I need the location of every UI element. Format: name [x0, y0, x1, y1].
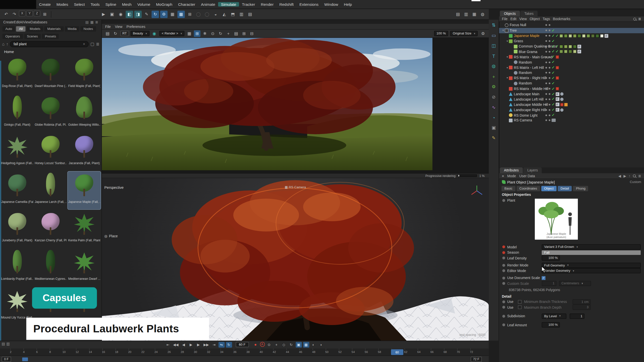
object-row[interactable]: Landscape Main ✓F [499, 91, 644, 97]
home-icon[interactable]: ⌂ [2, 42, 5, 46]
search-icon[interactable] [633, 17, 636, 20]
clear-search-icon[interactable]: × [83, 42, 85, 46]
season-dropdown[interactable]: Fall [542, 250, 640, 255]
menu-item[interactable]: Volume [134, 2, 153, 6]
menu-item[interactable]: Mesh [119, 2, 135, 6]
anim-dot[interactable] [502, 306, 505, 309]
object-row[interactable]: ▾ Tree ✓ [499, 28, 644, 33]
tab-coordinates[interactable]: Coordinates [516, 186, 540, 191]
gear-tool-icon[interactable]: ⚙ [490, 83, 498, 91]
menu-item[interactable]: Select [71, 2, 88, 6]
asset-item[interactable]: Japanese Larch (Fall, ... [34, 171, 67, 209]
asset-item[interactable]: Hedgehog Agave (Fall... [1, 133, 33, 171]
filter-button[interactable]: Materials [45, 26, 64, 31]
object-row[interactable]: Focus Null [499, 23, 644, 28]
om-menu-item[interactable]: Edit [510, 17, 516, 21]
snap-region-icon[interactable]: ⊞ [194, 30, 200, 37]
object-row[interactable]: ▾ Grass ✓ [499, 38, 644, 44]
asset-tab[interactable]: Scenes [24, 33, 41, 39]
menu-item[interactable]: Render [258, 2, 276, 6]
menu-item[interactable]: Redshift [276, 2, 297, 6]
tab-layers[interactable]: Layers [523, 167, 542, 173]
anim-dot[interactable] [502, 264, 505, 266]
asset-item[interactable]: Kentia Palm (Fall, Plant) [68, 210, 101, 248]
object-mode-icon[interactable]: ◨ [134, 11, 142, 18]
anim-dot[interactable] [502, 251, 505, 254]
object-row[interactable]: RS Dome Light ✓ [499, 113, 644, 118]
min-branch-checkbox[interactable] [518, 300, 522, 304]
render-view-canvas[interactable] [102, 38, 489, 173]
filter-button[interactable]: All [16, 26, 25, 31]
object-row[interactable]: Landscape Middle Hill ✓F [499, 102, 644, 107]
render-view-menu-item[interactable]: File [105, 24, 111, 28]
editor-mode-dropdown[interactable]: Render Geometry [542, 268, 640, 274]
viewport-tool-icon[interactable]: ▣ [490, 124, 498, 132]
object-row[interactable]: Common Quaking Grass ✓✓F [499, 44, 644, 49]
anim-dot[interactable] [502, 257, 505, 259]
asset-menu-item[interactable]: Databases [31, 20, 47, 24]
grid-overlay-icon[interactable]: ▦ [186, 30, 193, 37]
filter-button[interactable]: Models [27, 26, 43, 31]
object-row-toggles[interactable]: ✓ [545, 113, 555, 117]
undo-icon[interactable]: ↶ [3, 11, 10, 18]
expand-arrow[interactable]: ▾ [506, 39, 509, 43]
list-view-icon[interactable]: ≣ [95, 20, 98, 24]
film-tool-icon[interactable]: ▥ [238, 11, 245, 18]
object-row[interactable]: Landscape Right Hill ✓F [499, 107, 644, 113]
object-row-toggles[interactable]: ✓F [545, 92, 564, 96]
asset-item[interactable]: Japanese Camellia (Fal... [1, 171, 33, 209]
asset-item[interactable]: Ginkgo (Fall, Plant) [1, 95, 33, 132]
disabled-icon-a[interactable]: ◯ [195, 11, 202, 18]
camera-label[interactable]: ▦ RS Camera [102, 186, 489, 189]
model-dropdown[interactable]: Variant 3 Full-Grown [542, 244, 640, 250]
tab-basic[interactable]: Basic [501, 186, 515, 191]
layer-tool-icon[interactable]: ▤ [247, 11, 254, 18]
spline-tool-icon[interactable]: ∿ [490, 103, 498, 111]
menu-item[interactable]: Create [36, 2, 54, 6]
panel-menu-icon[interactable]: ≡ [502, 174, 504, 178]
beauty-dropdown[interactable]: Beauty [130, 31, 149, 36]
menu-item[interactable]: Extensions [297, 2, 321, 6]
asset-item[interactable]: Globe Robinia (Fall, Pl... [34, 95, 67, 132]
object-row-toggles[interactable]: ✓ [545, 55, 559, 59]
expand-arrow[interactable]: ▾ [506, 55, 509, 59]
anim-dot[interactable] [502, 324, 505, 326]
solo-on-icon[interactable]: ◑ [318, 342, 324, 347]
expand-arrow[interactable]: ▾ [501, 29, 505, 32]
asset-item[interactable]: Honey Locust 'Sunbur... [34, 133, 67, 171]
subdivision-level-field[interactable]: 1 [570, 313, 584, 319]
asset-item[interactable]: Japanese Maple (Fall, ... [68, 171, 101, 209]
snap-grid-icon[interactable]: ▦ [177, 11, 185, 18]
menu-item[interactable]: Tracker [239, 2, 258, 6]
render-view-menu-item[interactable]: View [115, 24, 123, 28]
menu-item[interactable]: Animate [198, 2, 218, 6]
size-dropdown[interactable]: Original Size [450, 31, 478, 36]
timeline-mini2-icon[interactable]: ▥ [6, 342, 10, 346]
range-start-field[interactable]: 0 F [2, 357, 11, 362]
interactive-render-icon[interactable]: ◉ [117, 11, 124, 18]
anim-dot[interactable] [502, 277, 505, 279]
object-row[interactable]: Random ✓ [499, 81, 644, 86]
place-tool-label[interactable]: ◎Place [104, 234, 118, 238]
tab-object[interactable]: Object [541, 186, 556, 191]
asset-item[interactable]: Jacaranda (Fall, Plant) [68, 133, 101, 171]
grid-icon[interactable]: ▦ [169, 11, 176, 18]
rec-rotation-icon[interactable]: ↻ [288, 342, 294, 347]
leaf-amount-field[interactable]: 100 % [542, 322, 560, 328]
om-menu-item[interactable]: Bookmarks [553, 17, 570, 21]
object-row[interactable]: ▾ RS Matrix - Main Ground ✓ [499, 54, 644, 60]
preview-range-icon[interactable]: ↻ [226, 342, 232, 347]
object-row-toggles[interactable]: ✓ [545, 39, 555, 43]
tab-detail[interactable]: Detail [558, 186, 572, 191]
object-row-toggles[interactable]: ✓✓F [545, 34, 609, 38]
anim-dot[interactable] [502, 199, 505, 202]
menu-item[interactable]: Simulate [218, 2, 239, 6]
constraint-tool-icon[interactable]: ⊘ [490, 93, 498, 101]
use-document-scale-checkbox[interactable]: ✓ [542, 276, 545, 280]
menu-item[interactable]: Window [321, 2, 341, 6]
y-axis-toggle[interactable]: Y [26, 11, 33, 16]
anim-dot[interactable] [502, 269, 505, 272]
expand-arrow[interactable]: ▾ [506, 66, 509, 69]
next-frame-icon[interactable]: ▶ [195, 342, 201, 347]
magnet-icon[interactable]: ◒ [212, 11, 219, 18]
